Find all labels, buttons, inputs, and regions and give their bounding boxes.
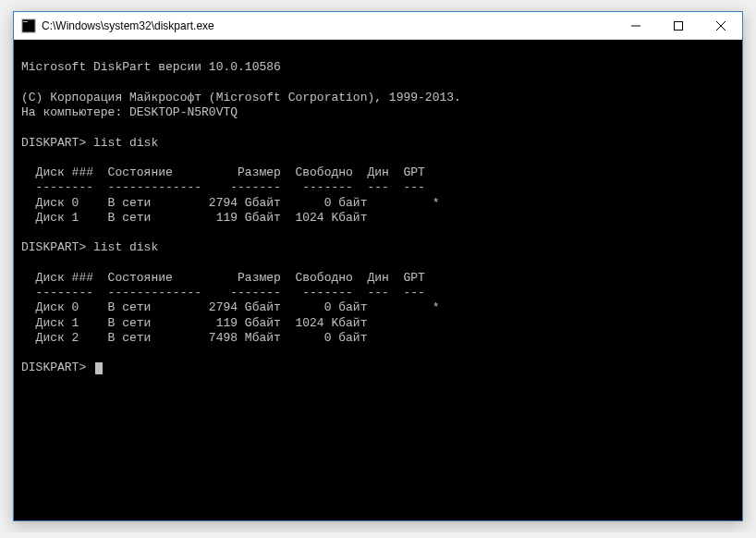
- window-title: C:\Windows\system32\diskpart.exe: [42, 19, 615, 32]
- close-button[interactable]: [700, 12, 742, 39]
- maximize-icon: [674, 21, 683, 31]
- window-frame: C:\Windows\system32\diskpart.exe Microso…: [13, 11, 743, 521]
- window-controls: [615, 12, 742, 39]
- svg-rect-3: [675, 21, 683, 30]
- console-area[interactable]: Microsoft DiskPart версии 10.0.10586 (C)…: [14, 40, 742, 520]
- svg-rect-1: [23, 21, 28, 22]
- console-output: Microsoft DiskPart версии 10.0.10586 (C)…: [21, 45, 735, 376]
- minimize-button[interactable]: [615, 12, 657, 39]
- app-icon: [21, 18, 36, 33]
- close-icon: [716, 21, 726, 31]
- cursor: [95, 362, 103, 374]
- minimize-icon: [631, 21, 640, 31]
- titlebar[interactable]: C:\Windows\system32\diskpart.exe: [14, 12, 742, 40]
- maximize-button[interactable]: [657, 12, 700, 39]
